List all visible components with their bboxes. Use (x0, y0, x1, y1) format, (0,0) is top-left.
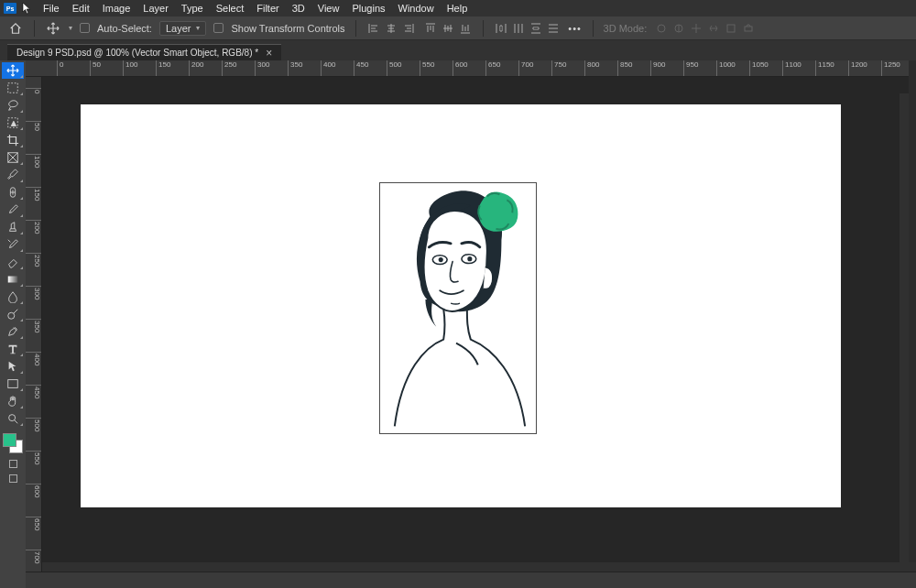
eraser-tool[interactable] (2, 254, 24, 270)
menu-bar: Ps File Edit Image Layer Type Select Fil… (0, 0, 916, 16)
divider (593, 20, 594, 37)
menu-window[interactable]: Window (392, 0, 441, 16)
align-v-group (423, 21, 473, 36)
lasso-tool[interactable] (2, 97, 24, 114)
menu-image[interactable]: Image (96, 0, 137, 16)
menu-plugins[interactable]: Plugins (345, 0, 391, 16)
align-right-icon[interactable] (401, 21, 416, 36)
divider (355, 20, 356, 37)
eyedropper-tool[interactable] (2, 167, 24, 183)
spot-healing-tool[interactable] (2, 184, 24, 201)
canvas-area[interactable] (42, 77, 909, 588)
align-bottom-icon[interactable] (458, 21, 473, 36)
screen-mode-toggle[interactable] (9, 474, 17, 483)
gradient-tool[interactable] (2, 271, 24, 288)
ruler-tick: 300 (255, 60, 291, 76)
ruler-tick: 950 (683, 60, 720, 76)
svg-rect-3 (745, 27, 752, 31)
ruler-tick: 1050 (749, 60, 786, 76)
ruler-tick: 550 (420, 60, 456, 76)
chevron-down-icon[interactable]: ▾ (69, 24, 72, 32)
placed-vector-smart-object[interactable] (379, 182, 537, 434)
align-top-icon[interactable] (423, 21, 438, 36)
toolbox (0, 60, 26, 588)
clone-stamp-tool[interactable] (2, 219, 24, 235)
ruler-tick: 350 (26, 319, 41, 355)
app-badge[interactable]: Ps (4, 3, 16, 14)
menu-help[interactable]: Help (441, 0, 474, 16)
type-tool[interactable] (2, 341, 24, 357)
svg-point-14 (439, 257, 443, 262)
ruler-tick: 500 (26, 418, 41, 454)
home-icon[interactable] (7, 20, 24, 37)
menu-layer[interactable]: Layer (136, 0, 175, 16)
collapsed-panels-strip[interactable] (909, 60, 916, 588)
brush-tool[interactable] (2, 201, 24, 218)
distribute-hcenter-icon[interactable] (511, 21, 526, 36)
ruler-tick: 450 (26, 385, 41, 421)
align-vcenter-icon[interactable] (441, 21, 455, 36)
mode-3d-group (654, 21, 756, 36)
menu-3d[interactable]: 3D (286, 0, 311, 16)
distribute-h-icon[interactable] (494, 21, 508, 36)
ruler-tick: 100 (123, 60, 159, 76)
svg-rect-4 (8, 83, 18, 93)
move-tool-icon[interactable] (45, 20, 61, 37)
document-tab-strip: Design 9 PSD.psd @ 100% (Vector Smart Ob… (0, 40, 916, 60)
show-transform-label: Show Transform Controls (231, 23, 344, 34)
align-left-icon[interactable] (366, 21, 381, 36)
align-hcenter-icon[interactable] (384, 21, 398, 36)
svg-point-11 (9, 415, 16, 421)
svg-point-16 (467, 256, 472, 261)
options-bar: ▾ Auto-Select: Layer ▾ Show Transform Co… (0, 16, 916, 40)
svg-point-0 (658, 25, 665, 32)
ruler-vertical[interactable]: 0501001502002503003504004505005506006507… (26, 77, 42, 588)
marquee-tool[interactable] (2, 80, 24, 96)
crop-tool[interactable] (2, 132, 24, 148)
object-selection-tool[interactable] (2, 114, 24, 131)
ruler-tick: 450 (354, 60, 390, 76)
ruler-tick: 500 (387, 60, 423, 76)
cursor-arrow-icon (22, 2, 33, 15)
menu-file[interactable]: File (37, 0, 66, 16)
scrollbar-vertical[interactable] (900, 93, 909, 562)
menu-edit[interactable]: Edit (66, 0, 96, 16)
scrollbar-horizontal[interactable] (42, 562, 916, 572)
blur-tool[interactable] (2, 289, 24, 305)
history-brush-tool[interactable] (2, 236, 24, 253)
distribute-v-icon[interactable] (529, 21, 543, 36)
menu-filter[interactable]: Filter (250, 0, 285, 16)
auto-select-target-dropdown[interactable]: Layer ▾ (159, 21, 207, 36)
hand-tool[interactable] (2, 393, 24, 409)
show-transform-checkbox[interactable] (213, 23, 224, 33)
ruler-horizontal[interactable]: 0501001502002503003504004505005506006507… (26, 60, 909, 77)
svg-point-9 (8, 312, 15, 319)
auto-select-target-value: Layer (166, 23, 191, 34)
distribute-vcenter-icon[interactable] (546, 21, 561, 36)
quick-mask-toggle[interactable] (9, 460, 17, 468)
menu-view[interactable]: View (311, 0, 346, 16)
divider (34, 20, 35, 37)
rectangle-tool[interactable] (2, 376, 24, 392)
menu-type[interactable]: Type (175, 0, 210, 16)
align-group (366, 21, 416, 36)
ruler-tick: 200 (26, 220, 41, 256)
auto-select-checkbox[interactable] (80, 23, 90, 33)
svg-rect-2 (727, 25, 735, 32)
path-selection-tool[interactable] (2, 358, 24, 375)
dodge-tool[interactable] (2, 306, 24, 322)
move-tool[interactable] (2, 62, 24, 79)
color-swatches[interactable] (3, 433, 23, 453)
ruler-tick: 1100 (782, 60, 819, 76)
menu-select[interactable]: Select (210, 0, 251, 16)
more-options-icon[interactable]: ••• (568, 21, 583, 36)
pen-tool[interactable] (2, 323, 24, 340)
foreground-color-swatch[interactable] (3, 433, 16, 447)
auto-select-label: Auto-Select: (97, 23, 152, 34)
ruler-tick: 1000 (716, 60, 753, 76)
zoom-tool[interactable] (2, 410, 24, 427)
workspace: 0501001502002503003504004505005506006507… (26, 60, 909, 588)
frame-tool[interactable] (2, 149, 24, 166)
close-tab-icon[interactable]: × (266, 49, 272, 58)
document-tab[interactable]: Design 9 PSD.psd @ 100% (Vector Smart Ob… (7, 44, 281, 60)
